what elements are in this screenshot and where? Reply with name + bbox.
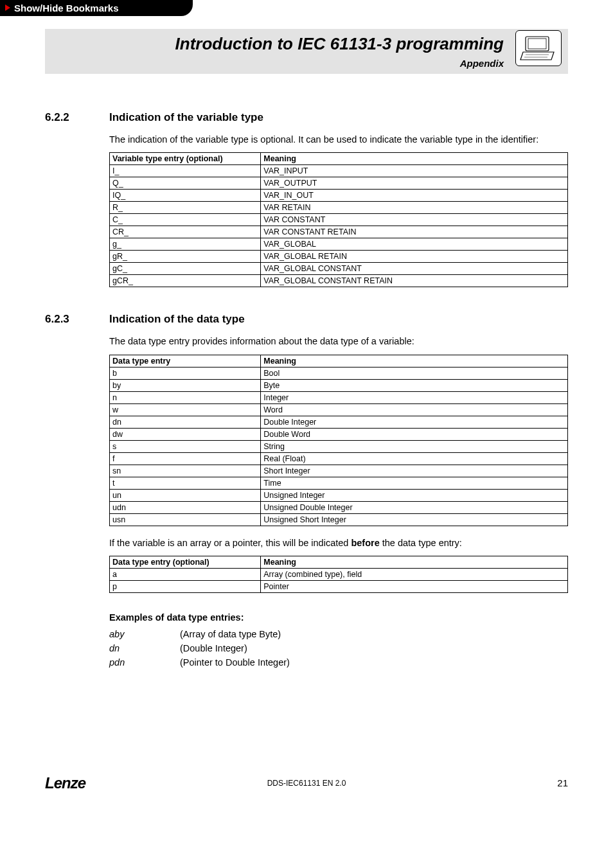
table-header: Meaning: [261, 153, 568, 165]
table-cell: I_: [110, 165, 261, 177]
section-622: 6.2.2 Indication of the variable type: [45, 111, 568, 133]
optional-type-table: Data type entry (optional) Meaning aArra…: [109, 556, 568, 593]
table-cell: dn: [110, 416, 261, 428]
table-cell: t: [110, 477, 261, 489]
example-row: dn(Double Integer): [109, 643, 568, 653]
table-cell: Double Word: [261, 428, 568, 440]
table-row: tTime: [110, 477, 568, 489]
table-cell: gC_: [110, 263, 261, 275]
table-cell: VAR_INPUT: [261, 165, 568, 177]
table-cell: s: [110, 440, 261, 452]
table-cell: VAR CONSTANT: [261, 214, 568, 226]
table-header: Meaning: [261, 556, 568, 568]
table-row: snShort Integer: [110, 465, 568, 477]
table-row: R_VAR RETAIN: [110, 202, 568, 214]
table-cell: VAR_GLOBAL: [261, 238, 568, 251]
table-row: bBool: [110, 367, 568, 379]
data-type-table: Data type entry Meaning bBoolbyBytenInte…: [109, 355, 568, 526]
table-row: dnDouble Integer: [110, 416, 568, 428]
examples-list: aby(Array of data type Byte)dn(Double In…: [109, 629, 568, 668]
section-heading: Indication of the variable type: [109, 111, 568, 124]
table-cell: sn: [110, 465, 261, 477]
example-desc: (Double Integer): [180, 643, 247, 653]
table-cell: by: [110, 379, 261, 391]
table-cell: Integer: [261, 391, 568, 403]
variable-type-table: Variable type entry (optional) Meaning I…: [109, 152, 568, 287]
table-header: Data type entry: [110, 355, 261, 367]
page-header: Introduction to IEC 61131-3 programming …: [45, 29, 568, 74]
table-cell: Bool: [261, 367, 568, 379]
table-row: I_VAR_INPUT: [110, 165, 568, 177]
table-cell: udn: [110, 501, 261, 513]
example-desc: (Array of data type Byte): [180, 629, 281, 639]
table-row: unUnsigned Integer: [110, 489, 568, 501]
table-cell: un: [110, 489, 261, 501]
section-number: 6.2.2: [45, 111, 109, 133]
table-cell: Time: [261, 477, 568, 489]
example-code: pdn: [109, 657, 180, 668]
laptop-icon: [515, 30, 562, 66]
examples-heading: Examples of data type entries:: [109, 612, 568, 623]
table-row: IQ_VAR_IN_OUT: [110, 190, 568, 202]
table-row: wWord: [110, 403, 568, 416]
svg-rect-1: [528, 39, 546, 49]
table-row: aArray (combined type), field: [110, 568, 568, 580]
table-row: fReal (Float): [110, 452, 568, 465]
note-bold: before: [351, 538, 379, 548]
table-cell: usn: [110, 513, 261, 526]
table-cell: VAR_IN_OUT: [261, 190, 568, 202]
table-header: Variable type entry (optional): [110, 153, 261, 165]
footer-page-number: 21: [557, 777, 568, 788]
table-row: C_VAR CONSTANT: [110, 214, 568, 226]
table-cell: IQ_: [110, 190, 261, 202]
table-row: Q_VAR_OUTPUT: [110, 177, 568, 190]
section-number: 6.2.3: [45, 313, 109, 335]
table-row: nInteger: [110, 391, 568, 403]
table-row: pPointer: [110, 580, 568, 592]
table-cell: b: [110, 367, 261, 379]
table-header: Data type entry (optional): [110, 556, 261, 568]
bookmark-label: Show/Hide Bookmarks: [14, 3, 119, 13]
table-cell: VAR CONSTANT RETAIN: [261, 226, 568, 238]
table-cell: VAR_GLOBAL CONSTANT: [261, 263, 568, 275]
table-cell: VAR_GLOBAL CONSTANT RETAIN: [261, 275, 568, 287]
header-subtitle: Appendix: [45, 58, 504, 69]
example-row: pdn(Pointer to Double Integer): [109, 657, 568, 668]
table-cell: Double Integer: [261, 416, 568, 428]
table-cell: dw: [110, 428, 261, 440]
table-row: dwDouble Word: [110, 428, 568, 440]
header-text: Introduction to IEC 61131-3 programming …: [45, 34, 515, 69]
table-row: udnUnsigned Double Integer: [110, 501, 568, 513]
bookmark-toggle[interactable]: Show/Hide Bookmarks: [0, 0, 193, 16]
section-622-intro: The indication of the variable type is o…: [109, 133, 568, 146]
table-cell: n: [110, 391, 261, 403]
table-row: sString: [110, 440, 568, 452]
table-cell: VAR RETAIN: [261, 202, 568, 214]
table-row: g_VAR_GLOBAL: [110, 238, 568, 251]
table-cell: Unsigned Integer: [261, 489, 568, 501]
table-row: gCR_VAR_GLOBAL CONSTANT RETAIN: [110, 275, 568, 287]
table-cell: String: [261, 440, 568, 452]
table-cell: g_: [110, 238, 261, 251]
table-cell: Pointer: [261, 580, 568, 592]
table-cell: Byte: [261, 379, 568, 391]
table-cell: C_: [110, 214, 261, 226]
footer-brand: Lenze: [45, 774, 85, 792]
table-cell: a: [110, 568, 261, 580]
example-row: aby(Array of data type Byte): [109, 629, 568, 639]
table-cell: gR_: [110, 251, 261, 263]
table-row: byByte: [110, 379, 568, 391]
table-cell: Array (combined type), field: [261, 568, 568, 580]
section-623-intro: The data type entry provides information…: [109, 335, 568, 348]
section-623-note: If the variable is an array or a pointer…: [109, 536, 568, 549]
table-row: CR_VAR CONSTANT RETAIN: [110, 226, 568, 238]
section-heading: Indication of the data type: [109, 313, 568, 326]
table-cell: Unsigned Double Integer: [261, 501, 568, 513]
footer-doc-id: DDS-IEC61131 EN 2.0: [267, 779, 346, 788]
table-row: gC_VAR_GLOBAL CONSTANT: [110, 263, 568, 275]
table-cell: f: [110, 452, 261, 465]
table-cell: Real (Float): [261, 452, 568, 465]
example-code: aby: [109, 629, 180, 639]
table-row: usnUnsigned Short Integer: [110, 513, 568, 526]
table-cell: Q_: [110, 177, 261, 190]
